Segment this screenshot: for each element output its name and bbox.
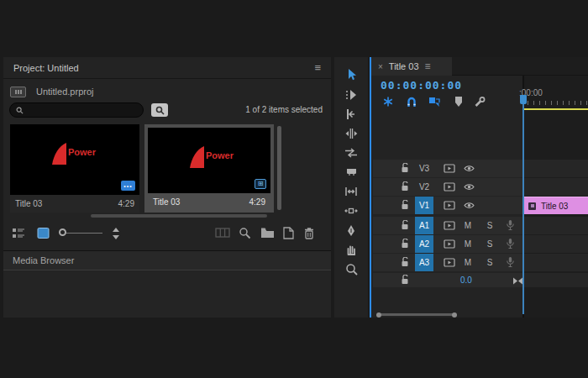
bin-item-name: Title 03: [153, 197, 180, 207]
work-area-bar[interactable]: [524, 108, 588, 110]
bin-item-title03-sequence[interactable]: Power ⊞ Title 03 4:29: [144, 124, 274, 213]
lock-icon[interactable]: [401, 163, 410, 174]
track-a2-lane[interactable]: [524, 235, 588, 253]
media-browser-body: [3, 271, 331, 318]
tab-title03[interactable]: × Title 03 ≡: [371, 57, 452, 76]
tab-media-browser[interactable]: Media Browser: [3, 250, 331, 270]
timeline-settings-wrench-icon[interactable]: [474, 96, 486, 108]
bin-vertical-scrollbar[interactable]: [277, 126, 281, 210]
track-target-v3[interactable]: V3: [415, 160, 433, 177]
mute-button[interactable]: M: [462, 254, 474, 271]
mute-button[interactable]: M: [462, 217, 474, 234]
mute-button[interactable]: M: [462, 235, 474, 253]
linked-selection-icon[interactable]: [428, 96, 441, 108]
sync-lock-icon[interactable]: [444, 182, 455, 192]
track-header-v1[interactable]: V1: [373, 197, 522, 214]
sync-lock-icon[interactable]: [444, 221, 455, 230]
pen-tool-icon[interactable]: [344, 223, 359, 238]
project-file-row[interactable]: Untitled.prproj: [3, 82, 331, 101]
new-bin-icon[interactable]: [260, 227, 275, 239]
search-row: 1 of 2 items selected: [3, 102, 331, 119]
bin-horizontal-scrollbar[interactable]: [91, 214, 267, 218]
track-a1-lane[interactable]: [524, 217, 588, 234]
track-select-forward-tool-icon[interactable]: [344, 87, 359, 102]
rate-stretch-tool-icon[interactable]: [344, 145, 359, 160]
rolling-edit-tool-icon[interactable]: [344, 126, 359, 141]
voiceover-mic-icon[interactable]: [506, 219, 515, 231]
bin-item-name: Title 03: [15, 199, 42, 208]
voiceover-mic-icon[interactable]: [506, 256, 515, 268]
track-target-a1[interactable]: A1: [415, 217, 433, 234]
master-gain-value[interactable]: 0.0: [460, 276, 472, 285]
track-header-a2[interactable]: A2 M S: [373, 235, 522, 253]
playhead-timecode[interactable]: 00:00:00:00: [381, 79, 462, 92]
sequence-badge[interactable]: ⊞: [255, 179, 266, 189]
track-header-v2[interactable]: V2: [373, 178, 522, 196]
zoom-tool-icon[interactable]: [344, 261, 359, 276]
track-header-a3[interactable]: A3 M S: [373, 254, 522, 271]
razor-tool-icon[interactable]: [344, 165, 359, 180]
lock-icon[interactable]: [401, 181, 410, 192]
slide-tool-icon[interactable]: [344, 203, 359, 218]
sync-lock-icon[interactable]: [444, 164, 455, 173]
solo-button[interactable]: S: [484, 217, 496, 234]
track-target-v2[interactable]: V2: [415, 178, 433, 196]
panel-menu-icon[interactable]: ≡: [314, 62, 321, 73]
automate-to-sequence-icon[interactable]: [215, 227, 230, 239]
timeline-tabstrip: × Title 03 ≡: [371, 57, 588, 76]
fx-badge-icon[interactable]: [528, 202, 536, 210]
slip-tool-icon[interactable]: [344, 184, 359, 199]
find-icon[interactable]: [239, 227, 251, 239]
lock-icon[interactable]: [401, 200, 410, 211]
time-ruler[interactable]: [528, 101, 588, 105]
lock-icon[interactable]: [401, 239, 410, 249]
track-v2-lane[interactable]: [524, 178, 588, 196]
track-target-a2[interactable]: A2: [415, 235, 433, 253]
hand-tool-icon[interactable]: [344, 242, 359, 257]
lock-icon[interactable]: [401, 257, 410, 268]
premiere-workspace: Project: Untitled ≡ Untitled.prproj: [0, 0, 588, 378]
track-header-v3[interactable]: V3: [373, 160, 522, 177]
lock-icon[interactable]: [401, 275, 410, 286]
selection-tool-icon[interactable]: [344, 67, 359, 82]
sync-lock-icon[interactable]: [444, 201, 455, 210]
track-a3-lane[interactable]: [524, 254, 588, 271]
solo-button[interactable]: S: [484, 254, 496, 271]
create-search-bin-button[interactable]: [151, 103, 168, 117]
nest-sequence-icon[interactable]: [382, 96, 394, 108]
track-visibility-eye-icon[interactable]: [464, 202, 475, 209]
new-item-icon[interactable]: [282, 227, 294, 239]
clear-trash-icon[interactable]: [303, 227, 315, 239]
sync-lock-icon[interactable]: [444, 239, 455, 249]
track-v3-lane[interactable]: [524, 160, 588, 177]
playhead-icon[interactable]: [520, 95, 527, 104]
list-view-icon[interactable]: [12, 227, 25, 239]
zoom-slider-knob[interactable]: [59, 228, 66, 236]
search-input[interactable]: [9, 102, 144, 118]
lock-icon[interactable]: [401, 220, 410, 231]
selection-status: 1 of 2 items selected: [245, 105, 323, 114]
icon-view-icon[interactable]: [37, 227, 50, 239]
track-header-master[interactable]: 0.0: [373, 273, 522, 287]
track-target-a3[interactable]: A3: [415, 254, 433, 271]
add-marker-icon[interactable]: [454, 96, 464, 108]
track-target-v1[interactable]: V1: [415, 197, 433, 214]
bin-item-title03-clip[interactable]: Power ••• Title 03 4:29: [10, 124, 139, 213]
playhead-line[interactable]: [522, 104, 524, 314]
sort-order-icon[interactable]: [111, 227, 121, 240]
close-tab-icon[interactable]: ×: [378, 62, 383, 71]
clip-options-badge[interactable]: •••: [121, 181, 135, 191]
track-header-a1[interactable]: A1 M S: [373, 217, 522, 234]
panel-menu-icon[interactable]: ≡: [425, 60, 431, 72]
snap-icon[interactable]: [406, 96, 417, 108]
track-visibility-eye-icon[interactable]: [464, 183, 475, 191]
timeline-horizontal-scrollbar[interactable]: [378, 313, 455, 316]
timeline-clip-title03[interactable]: Title 03: [524, 197, 588, 214]
ripple-edit-tool-icon[interactable]: [344, 107, 359, 122]
sync-lock-icon[interactable]: [444, 258, 455, 267]
track-master-lane[interactable]: [524, 273, 588, 287]
voiceover-mic-icon[interactable]: [506, 238, 515, 249]
project-panel-header: Project: Untitled ≡: [3, 57, 331, 79]
track-visibility-eye-icon[interactable]: [464, 165, 475, 172]
solo-button[interactable]: S: [484, 235, 496, 253]
